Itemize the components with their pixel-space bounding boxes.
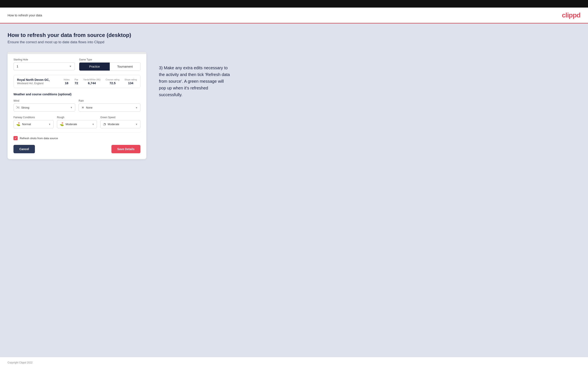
content-area: Starting Hole 1 ▼ Game Type Practice Tou… bbox=[8, 52, 580, 159]
course-rating-value: 72.5 bbox=[105, 81, 119, 85]
starting-hole-label: Starting Hole bbox=[13, 58, 75, 61]
hole-gametype-row: Starting Hole 1 ▼ Game Type Practice Tou… bbox=[13, 58, 140, 71]
game-type-field: Game Type Practice Tournament bbox=[79, 58, 140, 71]
course-details: Royal North Devon GC, Westward Ho!, Engl… bbox=[17, 78, 50, 85]
green-speed-icon: ◔ bbox=[103, 122, 106, 126]
slope-rating-value: 134 bbox=[124, 81, 137, 85]
rough-select[interactable]: ⛳ Moderate ▼ bbox=[57, 120, 97, 128]
green-speed-value: Moderate bbox=[108, 123, 134, 126]
course-info-box: Royal North Devon GC, Westward Ho!, Engl… bbox=[13, 75, 140, 88]
fairway-icon: ⛳ bbox=[16, 122, 20, 126]
starting-hole-field: Starting Hole 1 ▼ bbox=[13, 58, 75, 71]
game-type-label: Game Type bbox=[79, 58, 140, 61]
green-speed-chevron: ▼ bbox=[135, 123, 138, 125]
header: How to refresh your data clippd bbox=[0, 8, 588, 24]
rough-icon: ⛳ bbox=[60, 122, 64, 126]
practice-button[interactable]: Practice bbox=[79, 63, 110, 71]
par-stat: Par 72 bbox=[75, 78, 78, 85]
wind-select[interactable]: 🌬 Strong ▼ bbox=[13, 103, 75, 111]
green-speed-field: Green Speed ◔ Moderate ▼ bbox=[100, 116, 140, 128]
rough-label: Rough bbox=[57, 116, 97, 119]
slope-rating-label: Slope rating bbox=[124, 78, 137, 81]
par-value: 72 bbox=[75, 81, 78, 85]
holes-label: Holes bbox=[64, 78, 69, 81]
side-instructions: 3) Make any extra edits necessary to the… bbox=[159, 52, 230, 98]
wind-field: Wind 🌬 Strong ▼ bbox=[13, 99, 75, 112]
refresh-label: Refresh shots from data source bbox=[20, 137, 58, 140]
rain-value: None bbox=[86, 106, 134, 109]
logo: clippd bbox=[562, 11, 580, 19]
button-row: Cancel Save Details bbox=[13, 145, 140, 153]
refresh-checkbox-row: Refresh shots from data source bbox=[13, 136, 140, 140]
course-stats: Holes 18 Par 72 Yards/White (M)) 6,744 C… bbox=[64, 78, 137, 85]
course-location: Westward Ho!, England bbox=[17, 82, 50, 85]
header-title: How to refresh your data bbox=[8, 13, 42, 17]
fairway-value: Normal bbox=[22, 123, 47, 126]
conditions-section-title: Weather and course conditions (optional) bbox=[13, 92, 140, 96]
fairway-select[interactable]: ⛳ Normal ▼ bbox=[13, 120, 54, 128]
rain-field: Rain ☀ None ▼ bbox=[79, 99, 140, 112]
side-instructions-text: 3) Make any extra edits necessary to the… bbox=[159, 65, 230, 98]
holes-stat: Holes 18 bbox=[64, 78, 69, 85]
footer-copyright: Copyright Clippd 2022 bbox=[8, 361, 33, 364]
refresh-checkbox[interactable] bbox=[13, 136, 18, 140]
rough-chevron: ▼ bbox=[92, 123, 94, 125]
yards-value: 6,744 bbox=[83, 81, 101, 85]
page-heading: How to refresh your data from source (de… bbox=[8, 32, 580, 38]
course-rating-stat: Course rating 72.5 bbox=[105, 78, 119, 85]
fairway-field: Fairway Conditions ⛳ Normal ▼ bbox=[13, 116, 54, 128]
wind-icon: 🌬 bbox=[16, 106, 19, 109]
wind-chevron: ▼ bbox=[70, 106, 72, 109]
conditions-row: Fairway Conditions ⛳ Normal ▼ Rough ⛳ Mo… bbox=[13, 116, 140, 128]
edit-activity-card: Starting Hole 1 ▼ Game Type Practice Tou… bbox=[8, 52, 146, 159]
game-type-toggle: Practice Tournament bbox=[79, 62, 140, 71]
main-content: How to refresh your data from source (de… bbox=[0, 24, 588, 357]
card-top-strip bbox=[8, 52, 146, 54]
course-name: Royal North Devon GC, bbox=[17, 78, 50, 82]
yards-stat: Yards/White (M)) 6,744 bbox=[83, 78, 101, 85]
starting-hole-chevron: ▼ bbox=[69, 65, 72, 68]
wind-label: Wind bbox=[13, 99, 75, 102]
rough-field: Rough ⛳ Moderate ▼ bbox=[57, 116, 97, 128]
slope-rating-stat: Slope rating 134 bbox=[124, 78, 137, 85]
rain-label: Rain bbox=[79, 99, 140, 102]
fairway-label: Fairway Conditions bbox=[13, 116, 54, 119]
rain-icon: ☀ bbox=[81, 106, 84, 110]
page-subheading: Ensure the correct and most up to date d… bbox=[8, 40, 580, 44]
starting-hole-select[interactable]: 1 ▼ bbox=[13, 62, 75, 70]
save-button[interactable]: Save Details bbox=[112, 145, 141, 153]
green-speed-label: Green Speed bbox=[100, 116, 140, 119]
wind-rain-row: Wind 🌬 Strong ▼ Rain ☀ None ▼ bbox=[13, 99, 140, 112]
holes-value: 18 bbox=[64, 81, 69, 85]
rain-select[interactable]: ☀ None ▼ bbox=[79, 103, 140, 112]
green-speed-select[interactable]: ◔ Moderate ▼ bbox=[100, 120, 140, 128]
par-label: Par bbox=[75, 78, 78, 81]
footer: Copyright Clippd 2022 bbox=[0, 357, 588, 367]
starting-hole-value: 1 bbox=[17, 65, 69, 68]
wind-value: Strong bbox=[21, 106, 69, 109]
tournament-button[interactable]: Tournament bbox=[110, 63, 140, 71]
rough-value: Moderate bbox=[66, 123, 90, 126]
rain-chevron: ▼ bbox=[135, 107, 138, 109]
divider bbox=[13, 133, 140, 133]
fairway-chevron: ▼ bbox=[49, 123, 51, 125]
course-rating-label: Course rating bbox=[105, 78, 119, 81]
cancel-button[interactable]: Cancel bbox=[13, 145, 35, 153]
yards-label: Yards/White (M)) bbox=[83, 78, 101, 81]
top-bar bbox=[0, 0, 588, 8]
